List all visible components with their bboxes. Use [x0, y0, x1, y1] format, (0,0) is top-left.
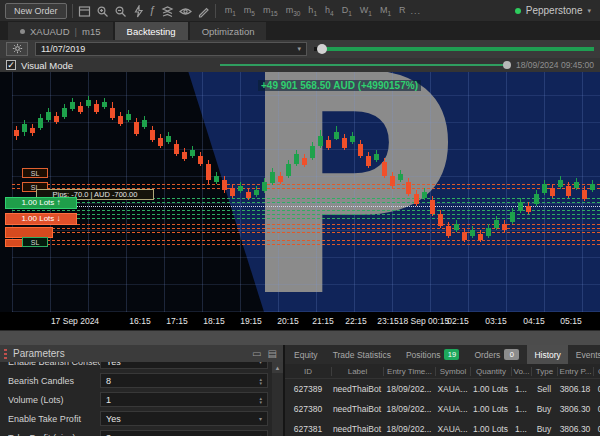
timeframe-m1[interactable]: M1 — [380, 5, 391, 17]
sell-position-label[interactable]: 1.00 Lots ↓ — [5, 213, 77, 225]
spinner-icon[interactable]: ▴▾ — [259, 396, 262, 404]
parameter-label: Enable Bearish Consecuti... — [8, 362, 100, 367]
test-progress-line — [220, 64, 506, 66]
parameter-value-select[interactable]: Yes▾ — [100, 411, 268, 426]
toolbar-more-button[interactable]: ... — [411, 6, 422, 16]
history-column-header[interactable]: Quantity — [470, 367, 511, 376]
history-column-header[interactable]: Vo... — [511, 367, 531, 376]
algo-trading-icon[interactable] — [132, 4, 145, 17]
zoom-in-icon[interactable] — [96, 4, 109, 17]
tab-optimization[interactable]: Optimization — [190, 22, 267, 40]
chevron-down-icon[interactable]: ▾ — [259, 415, 262, 422]
timeframe-m1[interactable]: m1 — [225, 5, 236, 17]
history-cell: 0.00 — [593, 424, 600, 434]
connection-status-icon — [515, 8, 521, 14]
main-toolbar: New Order ƒ m1m5m15m30h1h4D1W1M1R ... Pe… — [0, 0, 600, 22]
timeframe-m15[interactable]: m15 — [263, 5, 278, 17]
parameters-header[interactable]: Parameters ▭ ▤ — [0, 345, 283, 362]
results-tab-label: Positions — [406, 350, 441, 360]
results-tab-orders[interactable]: Orders0 — [467, 345, 526, 364]
history-column-header[interactable]: Co... — [593, 367, 600, 376]
time-axis[interactable]: 17 Sep 202416:1517:1518:1519:1520:1521:1… — [0, 312, 600, 330]
parameter-value-input[interactable]: 1▴▾ — [100, 392, 268, 407]
history-cell: 0.00 — [593, 404, 600, 414]
export-icon[interactable]: ▭ — [252, 348, 261, 359]
settings-button[interactable] — [6, 42, 28, 56]
spinner-icon[interactable]: ▴▾ — [259, 377, 262, 385]
stop-loss-label[interactable]: SL — [22, 237, 48, 247]
history-cell: 3806.30 — [557, 424, 593, 434]
slider-track-right — [322, 47, 594, 51]
results-tab-history[interactable]: History — [527, 345, 567, 364]
timeframe-h1[interactable]: h1 — [308, 5, 317, 17]
tab-symbol: XAUAUD — [30, 26, 70, 37]
start-date-select[interactable]: 11/07/2019 ▾ — [35, 42, 307, 56]
indicators-icon[interactable]: ƒ — [150, 4, 156, 17]
chart-tab-bar: XAUAUD | m15 Backtesting Optimization — [0, 22, 600, 40]
visual-mode-checkbox[interactable]: ✓ — [6, 60, 16, 70]
history-cell: Sell — [531, 384, 557, 394]
history-table-row[interactable]: 627381needThaiBot18/09/202...XAUA...1.00… — [285, 419, 600, 436]
history-cell: 3806.18 — [557, 384, 593, 394]
parameter-value-select[interactable]: Yes▾ — [100, 362, 268, 369]
history-cell: needThaiBot — [331, 424, 383, 434]
parameter-label: Enable Take Profit — [8, 414, 100, 424]
parameter-value-input[interactable]: 8▴▾ — [100, 373, 268, 388]
floating-profit-label: +49 901 568.50 AUD (+4990157%) — [258, 80, 421, 91]
timeframe-r[interactable]: R — [399, 5, 406, 15]
timeframe-m30[interactable]: m30 — [286, 5, 301, 17]
time-axis-label: 18 Sep 00:15 — [399, 316, 450, 326]
scroll-up-icon[interactable]: ▲ — [272, 362, 283, 373]
broker-status[interactable]: Pepperstone ▾ — [515, 5, 595, 16]
price-chart[interactable]: P SL SL Pips: -70.0 | AUD -700.00 1.00 L… — [0, 72, 600, 312]
buy-position-label[interactable]: 1.00 Lots ↑ — [5, 197, 77, 209]
speed-slider[interactable] — [314, 42, 594, 56]
parameter-row: Take Profit (pips)3▴▾ — [0, 428, 272, 436]
tab-separator: | — [75, 26, 77, 37]
new-order-button[interactable]: New Order — [5, 3, 67, 19]
results-tab-positions[interactable]: Positions19 — [399, 345, 467, 364]
history-cell: 627380 — [285, 404, 331, 414]
time-axis-label: 05:15 — [560, 316, 581, 326]
slider-handle[interactable] — [317, 44, 327, 54]
toolbar-divider — [215, 4, 216, 18]
bottom-panels: Parameters ▭ ▤ Enable Bearish Consecuti.… — [0, 345, 600, 436]
timeframe-m5[interactable]: m5 — [244, 5, 255, 17]
edit-icon[interactable] — [197, 4, 210, 17]
results-tab-trade-statistics[interactable]: Trade Statistics — [326, 345, 398, 364]
drag-handle-icon[interactable] — [4, 348, 7, 359]
history-column-header[interactable]: ID — [285, 367, 331, 376]
timeframe-h4[interactable]: h4 — [325, 5, 334, 17]
history-column-header[interactable]: Symbol — [435, 367, 470, 376]
results-tab-events[interactable]: Events — [569, 345, 600, 364]
parameters-scrollbar[interactable]: ▲ — [272, 362, 283, 436]
parameters-panel: Parameters ▭ ▤ Enable Bearish Consecuti.… — [0, 345, 283, 436]
history-column-header[interactable]: Entry Time... — [383, 367, 435, 376]
history-table-row[interactable]: 627389needThaiBot18/09/202...XAUA...1.00… — [285, 379, 600, 399]
test-progress-time: 18/09/2024 09:45:00 — [516, 60, 594, 70]
eye-icon[interactable] — [179, 4, 192, 17]
time-axis-label: 03:15 — [485, 316, 506, 326]
parameter-value-input[interactable]: 3▴▾ — [100, 430, 268, 436]
history-cell: Buy — [531, 424, 557, 434]
results-tab-label: History — [534, 350, 560, 360]
tab-backtesting[interactable]: Backtesting — [115, 22, 188, 40]
history-column-header[interactable]: Label — [331, 367, 383, 376]
chart-window-icon[interactable] — [78, 4, 91, 17]
timeframe-d1[interactable]: D1 — [342, 5, 352, 17]
history-column-header[interactable]: Type — [531, 367, 557, 376]
time-axis-label: 04:15 — [523, 316, 544, 326]
stop-loss-label[interactable]: SL — [22, 168, 48, 178]
chevron-down-icon[interactable]: ▾ — [259, 362, 262, 365]
trade-labels-layer: SL SL Pips: -70.0 | AUD -700.00 1.00 Lot… — [0, 72, 600, 312]
chart-scroll-strip[interactable] — [0, 330, 600, 345]
objects-icon[interactable] — [161, 4, 174, 17]
history-table-row[interactable]: 627380needThaiBot18/09/202...XAUA...1.00… — [285, 399, 600, 419]
history-column-header[interactable]: Entry P... — [557, 367, 593, 376]
test-progress-dot[interactable] — [503, 61, 511, 69]
timeframe-w1[interactable]: W1 — [360, 5, 372, 17]
zoom-out-icon[interactable] — [114, 4, 127, 17]
panel-menu-icon[interactable]: ▤ — [268, 348, 277, 359]
tab-chart-xauaud[interactable]: XAUAUD | m15 — [8, 22, 113, 40]
results-tab-equity[interactable]: Equity — [287, 345, 325, 364]
